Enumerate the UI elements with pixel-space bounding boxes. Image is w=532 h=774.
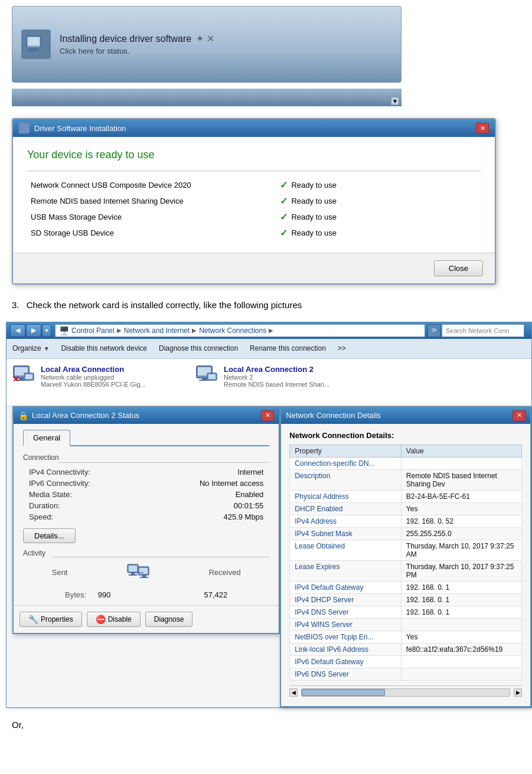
svg-rect-22: [142, 575, 146, 577]
details-row: IPv4 WINS Server: [290, 618, 522, 631]
svg-rect-3: [28, 37, 40, 45]
toolbar-disable[interactable]: Disable this network device: [61, 344, 147, 352]
network-connections-window: ◀ ▶ ▼ 🖥️ Control Panel ▶ Network and Int…: [6, 322, 532, 708]
sent-col: Sent: [52, 568, 68, 579]
details-val: 192. 168. 0. 1: [401, 593, 521, 606]
activity-row: Sent: [23, 561, 269, 587]
driver-dialog-body: Your device is ready to use Network Conn…: [13, 137, 495, 253]
address-bar-wrapper: 🖥️ Control Panel ▶ Network and Internet …: [55, 324, 524, 337]
disable-icon: ⛔: [96, 615, 106, 624]
status-dialog-titlebar-left: 🔒 Local Area Connection 2 Status: [18, 411, 139, 420]
details-row: IPv6 DNS Server: [290, 668, 522, 680]
address-bar: 🖥️ Control Panel ▶ Network and Internet …: [55, 324, 425, 337]
net-titlebar-left: ◀ ▶ ▼: [10, 324, 51, 337]
details-val: 192. 168. 0. 52: [401, 515, 521, 527]
status-tab-general[interactable]: General: [23, 430, 70, 446]
check-icon: ✓: [280, 195, 288, 207]
driver-close-button[interactable]: Close: [434, 260, 483, 276]
device-table: Network Connect USB Composite Device 202…: [27, 177, 481, 241]
details-btn-row: Details...: [23, 528, 269, 543]
status-row-label: Media State:: [29, 490, 72, 499]
device-row: SD Storage USB Device ✓ Ready to use: [27, 225, 481, 241]
details-prop: IPv4 Address: [290, 515, 401, 527]
toolbar-diagnose[interactable]: Diagnose this connection: [159, 344, 238, 352]
svg-rect-23: [140, 577, 148, 578]
address-bar-go-btn[interactable]: ⟳: [427, 324, 440, 337]
details-prop: IPv6 Default Gateway: [290, 655, 401, 668]
status-dialog-close-btn[interactable]: ✕: [261, 410, 274, 421]
nav-back-btn[interactable]: ◀: [10, 324, 25, 337]
conn-status-2: Network 2: [224, 374, 329, 381]
nav-forward-btn[interactable]: ▶: [26, 324, 41, 337]
notification-title: Installing device driver software ✦ ✕: [60, 33, 214, 44]
svg-rect-9: [25, 374, 32, 379]
details-section-label: Network Connection Details:: [289, 431, 522, 440]
details-prop: Link-local IPv6 Address: [290, 643, 401, 655]
status-row: Media State: Enabled: [23, 489, 269, 500]
driver-divider: [27, 171, 481, 171]
properties-btn[interactable]: 🔧 Properties: [19, 612, 82, 627]
driver-dialog-close-btn[interactable]: ✕: [476, 123, 489, 133]
status-row-label: IPv4 Connectivity:: [29, 468, 90, 476]
scroll-right-arrow[interactable]: ▶: [514, 688, 522, 697]
details-val: [401, 618, 521, 631]
scroll-track[interactable]: [301, 688, 510, 697]
details-dialog-title: Network Connection Details: [286, 411, 380, 420]
details-row: Lease Expires Thursday, March 10, 2017 9…: [290, 560, 522, 581]
step-number: 3.: [12, 300, 19, 310]
device-name: USB Mass Storage Device: [27, 209, 276, 225]
details-prop: Connection-specific DN...: [290, 457, 401, 469]
instruction-content: Check the network card is installed corr…: [27, 300, 302, 310]
details-prop: Description: [290, 469, 401, 490]
toolbar-more[interactable]: >>: [338, 344, 346, 352]
status-row: IPv6 Connectivity: No Internet access: [23, 478, 269, 489]
conn-name-1: Local Area Connection: [41, 365, 146, 374]
status-dialog-title: Local Area Connection 2 Status: [32, 411, 139, 420]
status-text: Ready to use: [291, 181, 337, 190]
details-dialog-close-btn[interactable]: ✕: [513, 410, 526, 421]
details-row: DHCP Enabled Yes: [290, 502, 522, 515]
driver-dialog-titlebar: Driver Software Installation ✕: [13, 119, 495, 137]
details-body: Network Connection Details: Property Val…: [281, 424, 530, 706]
instruction-text: 3. Check the network card is installed c…: [12, 299, 520, 312]
device-row: Network Connect USB Composite Device 202…: [27, 177, 481, 193]
details-row: Physical Address B2-24-BA-5E-FC-61: [290, 490, 522, 502]
activity-label: Activity: [23, 549, 269, 557]
status-tab-bar: General: [23, 430, 269, 446]
details-table: Property Value Connection-specific DN...…: [289, 445, 522, 681]
toolbar-organize[interactable]: Organize ▼: [12, 344, 50, 352]
driver-dialog-icon: [19, 123, 30, 133]
status-row: Duration: 00:01:55: [23, 500, 269, 511]
details-row: IPv4 DNS Server 192. 168. 0. 1: [290, 606, 522, 618]
disable-btn[interactable]: ⛔ Disable: [87, 612, 141, 627]
breadcrumb-network-internet: Network and Internet: [124, 326, 190, 335]
search-box[interactable]: Search Network Conn: [442, 324, 524, 337]
device-row: USB Mass Storage Device ✓ Ready to use: [27, 209, 481, 225]
details-col-value: Value: [401, 445, 521, 457]
details-button[interactable]: Details...: [23, 528, 76, 543]
status-row-value: Internet: [237, 468, 263, 476]
details-row: IPv4 DHCP Server 192. 168. 0. 1: [290, 593, 522, 606]
bytes-received: 57,422: [195, 590, 228, 599]
status-dialog: 🔒 Local Area Connection 2 Status ✕ Gener…: [12, 406, 280, 634]
taskbar-corner-arrow: ▼: [391, 97, 399, 105]
diagnose-btn[interactable]: Diagnose: [145, 612, 193, 627]
details-val: 192. 168. 0. 1: [401, 606, 521, 618]
notification-subtitle[interactable]: Click here for status.: [60, 47, 214, 55]
details-prop: IPv4 WINS Server: [290, 618, 401, 631]
device-status: ✓ Ready to use: [276, 193, 481, 209]
toolbar-rename[interactable]: Rename this connection: [250, 344, 326, 352]
details-row: IPv4 Default Gateway 192. 168. 0. 1: [290, 581, 522, 593]
conn-desc-2: Remote NDIS based Internet Shari...: [224, 381, 329, 388]
device-name: SD Storage USB Device: [27, 225, 276, 241]
details-dialog: Network Connection Details ✕ Network Con…: [280, 406, 531, 707]
nav-down-btn[interactable]: ▼: [42, 324, 51, 337]
received-col: Received: [208, 568, 240, 579]
details-val: [401, 668, 521, 680]
driver-dialog: Driver Software Installation ✕ Your devi…: [12, 118, 496, 285]
details-row: Connection-specific DN...: [290, 457, 522, 469]
details-dialog-titlebar-left: Network Connection Details: [286, 411, 380, 420]
network-icon-big: [125, 561, 151, 587]
notification-text: Installing device driver software ✦ ✕ Cl…: [60, 33, 214, 55]
scroll-left-arrow[interactable]: ◀: [289, 688, 298, 697]
